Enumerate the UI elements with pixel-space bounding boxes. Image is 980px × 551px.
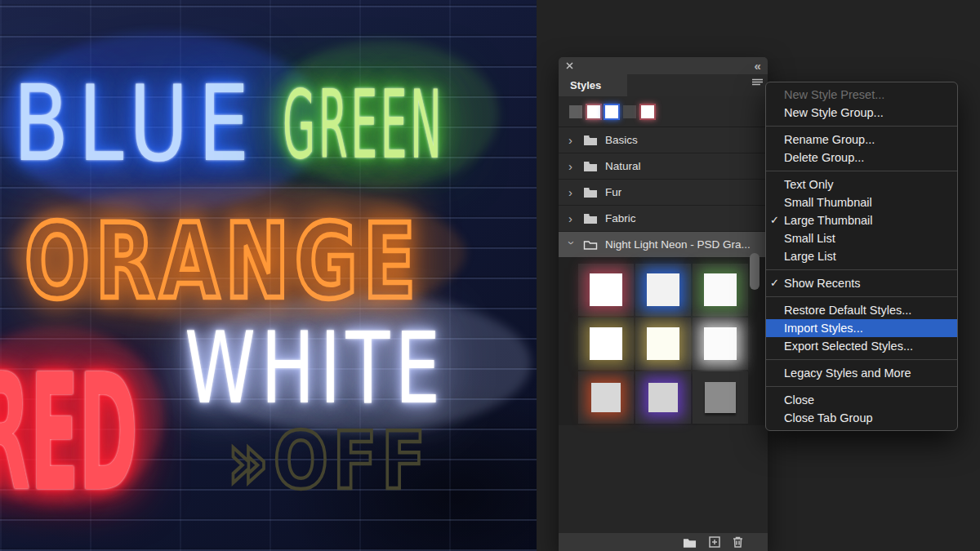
panel-scrollbar-thumb[interactable] [750,253,760,290]
style-group-basics[interactable]: › Basics [559,127,768,153]
styles-panel: « Styles › Basics [559,57,768,551]
new-style-button[interactable] [709,536,720,548]
menu-item-legacy-styles-and-more[interactable]: Legacy Styles and More [766,364,957,382]
panel-tab-bar: Styles [559,74,768,96]
menu-item-small-list[interactable]: Small List [766,229,957,247]
menu-item-show-recents[interactable]: ✓ Show Recents [766,274,957,292]
menu-separator [766,359,957,360]
delete-style-button[interactable] [733,536,743,548]
style-swatch [591,383,621,412]
folder-icon [583,187,598,198]
panel-menu-button[interactable] [752,77,763,89]
folder-open-icon [583,239,598,250]
style-thumbnail-grid [559,258,768,425]
recent-style-swatch[interactable] [569,105,582,118]
panel-empty-area [559,425,768,532]
chevron-right-icon: › [568,160,576,172]
menu-item-restore-default-styles[interactable]: Restore Default Styles... [766,301,957,319]
recent-style-swatch[interactable] [587,105,600,118]
chevron-right-icon: › [568,186,576,198]
style-swatch [704,327,737,360]
style-group-label: Natural [605,160,641,172]
chevron-right-icon: › [568,134,576,146]
folder-icon [583,213,598,224]
menu-item-delete-group[interactable]: Delete Group... [766,149,957,167]
style-swatch [647,273,679,306]
neon-word-orange: ORANGE [24,201,421,322]
style-thumb-neon-purple[interactable] [635,371,691,424]
menu-item-large-list[interactable]: Large List [766,247,957,265]
plus-square-icon [709,536,720,548]
style-thumb-neon-red[interactable] [578,264,634,316]
neon-word-green: GREEN [283,69,444,180]
menu-separator [766,296,957,297]
style-thumb-neon-orange[interactable] [578,371,634,424]
style-group-label: Basics [605,134,638,146]
menu-item-small-thumbnail[interactable]: Small Thumbnail [766,193,957,211]
hamburger-icon [752,78,763,87]
style-thumb-neon-off[interactable] [693,371,748,424]
new-folder-icon [683,537,697,548]
photoshop-workspace: BLUE GREEN ORANGE WHITE RED »OFF « Style… [0,0,980,551]
new-group-button[interactable] [683,537,697,548]
style-group-night-light-neon[interactable]: › Night Light Neon - PSD Gra... [559,232,768,258]
neon-word-white: WHITE [185,310,445,427]
style-group-fur[interactable]: › Fur [559,180,768,206]
panel-header: « [559,57,768,74]
recent-style-swatch[interactable] [605,105,618,118]
neon-sign-canvas: BLUE GREEN ORANGE WHITE RED »OFF [0,0,537,551]
styles-panel-menu: New Style Preset... New Style Group... R… [765,82,958,431]
folder-icon [583,161,598,171]
chevron-down-icon: › [566,241,578,248]
style-swatch [590,273,622,306]
recent-style-swatch[interactable] [623,105,636,118]
checkmark-icon: ✓ [770,211,779,229]
folder-icon [583,135,598,145]
style-thumb-neon-blue[interactable] [635,264,691,316]
trash-icon [733,536,743,548]
style-swatch [704,273,737,306]
style-group-fabric[interactable]: › Fabric [559,206,768,232]
neon-word-red: RED [0,340,138,527]
recent-style-swatch[interactable] [641,105,654,118]
style-group-natural[interactable]: › Natural [559,153,768,180]
menu-item-export-selected-styles[interactable]: Export Selected Styles... [766,337,957,355]
recent-styles-row [559,96,768,127]
neon-word-off: »OFF [227,415,430,506]
style-group-label: Night Light Neon - PSD Gra... [605,238,751,251]
tab-styles[interactable]: Styles [559,74,627,96]
style-swatch [648,383,678,412]
menu-item-close[interactable]: Close [766,391,957,409]
style-swatch [705,382,736,413]
style-swatch [647,327,679,360]
close-icon[interactable] [566,62,573,69]
menu-item-close-tab-group[interactable]: Close Tab Group [766,409,957,427]
style-thumb-neon-white[interactable] [693,318,748,370]
panel-footer-bar [559,533,768,551]
menu-separator [766,386,957,387]
neon-word-blue: BLUE [13,64,259,185]
checkmark-icon: ✓ [770,274,779,292]
menu-item-rename-group[interactable]: Rename Group... [766,131,957,149]
style-group-label: Fabric [605,212,636,224]
style-thumb-neon-green[interactable] [693,264,748,316]
menu-item-new-style-preset: New Style Preset... [766,86,957,104]
menu-separator [766,171,957,171]
chevron-right-icon: › [568,212,576,224]
menu-item-new-style-group[interactable]: New Style Group... [766,104,957,122]
menu-item-text-only[interactable]: Text Only [766,176,957,193]
style-swatch [590,327,622,360]
menu-separator [766,269,957,270]
menu-separator [766,126,957,127]
menu-item-import-styles[interactable]: Import Styles... [766,319,957,337]
style-thumb-neon-olive[interactable] [578,318,634,370]
tab-styles-label: Styles [570,79,601,91]
menu-item-large-thumbnail[interactable]: ✓ Large Thumbnail [766,211,957,229]
collapse-panel-icon[interactable]: « [754,60,760,72]
style-group-label: Fur [605,186,621,198]
style-thumb-neon-yellow[interactable] [635,318,691,370]
